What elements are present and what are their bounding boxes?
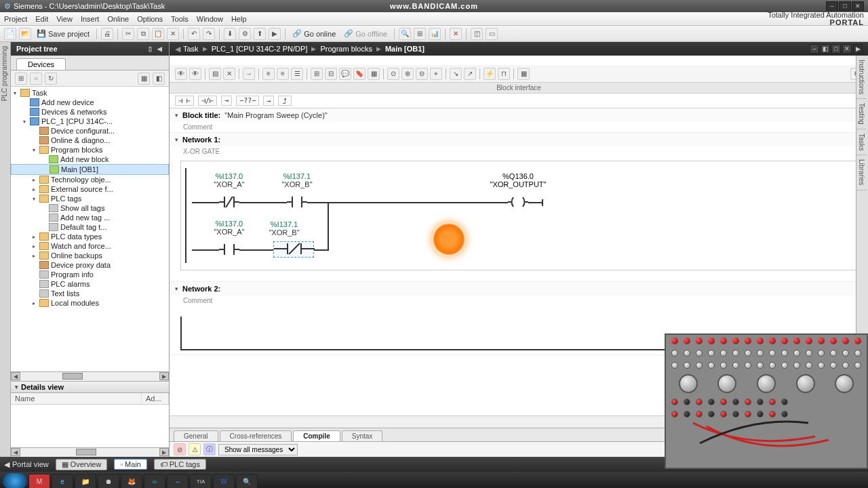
collapse-all-icon[interactable]: ⊟ xyxy=(325,68,337,80)
new-project-icon[interactable]: 📄 xyxy=(4,28,16,40)
tab-compile[interactable]: Compile xyxy=(293,430,340,441)
crumb-1[interactable]: Task xyxy=(183,45,199,53)
left-sidebar-handle[interactable]: PLC programming xyxy=(0,42,11,457)
block-title-header[interactable]: ▾ Block title: "Main Program Sweep (Cycl… xyxy=(170,108,868,122)
split-editor-icon[interactable]: ◫ xyxy=(471,28,483,40)
misc-2-icon[interactable]: ⊓ xyxy=(498,68,510,80)
search-icon[interactable]: 🔍 xyxy=(399,28,411,40)
maximize-button[interactable]: □ xyxy=(839,1,851,11)
tree-node[interactable]: Device proxy data xyxy=(11,260,169,270)
monitor-icon[interactable]: 👁 xyxy=(175,68,187,80)
tree-node[interactable]: ▸Local modules xyxy=(11,298,169,308)
tree-node[interactable]: ▸Watch and force... xyxy=(11,241,169,251)
go-online-button[interactable]: 🔗 Go online xyxy=(290,29,338,38)
status-tab-plctags[interactable]: 🏷 PLC tags xyxy=(154,459,206,470)
collapse-pane-icon[interactable]: ▯ xyxy=(146,45,154,53)
tree-node[interactable]: Online & diagno... xyxy=(11,136,169,145)
list-icon[interactable]: ☰ xyxy=(291,68,303,80)
taskbar-firefox-icon[interactable]: 🦊 xyxy=(121,474,142,488)
taskbar-bandicam-icon[interactable]: ⏺ xyxy=(98,474,119,488)
tree-btn-2[interactable]: ○ xyxy=(30,73,42,85)
misc-3-icon[interactable]: ▦ xyxy=(517,68,530,80)
taskbar-explorer-icon[interactable]: 📁 xyxy=(75,474,96,488)
delete-network-icon[interactable]: ✕ xyxy=(223,68,235,80)
crumb-2[interactable]: PLC_1 [CPU 314C-2 PN/DP] xyxy=(212,45,308,53)
undo-icon[interactable]: ↶ xyxy=(188,28,200,40)
network-2-header[interactable]: ▾ Network 2: xyxy=(170,282,868,296)
cut-icon[interactable]: ✂ xyxy=(122,28,134,40)
layout-icon[interactable]: ▭ xyxy=(486,28,498,40)
scroll-left-icon[interactable]: ◀ xyxy=(11,372,20,380)
contact-xor-b-nc-selected[interactable]: %I137.1"XOR_B" xyxy=(273,241,314,258)
tree-hscrollbar[interactable]: ◀ ▶ xyxy=(11,371,169,381)
scroll-right-icon[interactable]: ▶ xyxy=(159,448,169,456)
lad-no-contact[interactable]: ⊣ ⊢ xyxy=(175,96,194,106)
scroll-thumb[interactable] xyxy=(76,449,96,455)
crossref-icon[interactable]: ⊞ xyxy=(414,28,426,40)
side-tab-testing[interactable]: Testing xyxy=(856,99,867,129)
side-tab-tasks[interactable]: Tasks xyxy=(856,129,867,156)
goto-icon[interactable]: → xyxy=(243,68,255,80)
zoom-in-icon[interactable]: ⊕ xyxy=(401,68,414,80)
tree-node[interactable]: ▸Technology obje... xyxy=(11,175,169,184)
tree-node[interactable]: ▸External source f... xyxy=(11,184,169,194)
menu-view[interactable]: View xyxy=(56,15,73,23)
editor-minimize-icon[interactable]: – xyxy=(810,44,819,54)
stop-icon[interactable]: ✕ xyxy=(450,28,462,40)
tree-node[interactable]: Show all tags xyxy=(11,203,169,213)
redo-icon[interactable]: ↷ xyxy=(203,28,215,40)
tree-node[interactable]: Add new device xyxy=(11,98,169,107)
col-name[interactable]: Name xyxy=(11,393,142,404)
error-filter-icon[interactable]: ⊘ xyxy=(174,443,186,455)
tree-node[interactable]: Program info xyxy=(11,270,169,279)
side-tab-instructions[interactable]: Instructions xyxy=(856,56,867,99)
network-2-comment[interactable]: Comment xyxy=(170,296,868,306)
tree-node[interactable]: Add new tag ... xyxy=(11,213,169,222)
indent-left-icon[interactable]: ≡ xyxy=(262,68,275,80)
taskbar-teamviewer-icon[interactable]: ↔ xyxy=(167,474,189,488)
taskbar-tia-icon[interactable]: TIA xyxy=(190,474,212,488)
comment-icon[interactable]: 💬 xyxy=(339,68,351,80)
monitor-all-icon[interactable]: 👁 xyxy=(189,68,201,80)
tab-devices[interactable]: Devices xyxy=(16,58,66,70)
block-interface-bar[interactable]: Block interface xyxy=(170,83,868,94)
warning-filter-icon[interactable]: ⚠ xyxy=(189,443,201,455)
indent-right-icon[interactable]: ≡ xyxy=(277,68,289,80)
tree-node[interactable]: ▸Online backups xyxy=(11,251,169,260)
block-comment[interactable]: Comment xyxy=(170,122,868,132)
scroll-thumb[interactable] xyxy=(62,373,83,380)
arrow-left-icon[interactable]: ◀ xyxy=(155,45,163,53)
start-button[interactable] xyxy=(3,473,27,488)
copy-icon[interactable]: ⧉ xyxy=(137,28,149,40)
tree-node[interactable]: ▾PLC tags xyxy=(11,194,169,203)
tree-node[interactable]: Main [OB1] xyxy=(11,164,169,175)
assignment-icon[interactable]: 📊 xyxy=(429,28,441,40)
bookmark-icon[interactable]: 🔖 xyxy=(353,68,366,80)
open-project-icon[interactable]: 📂 xyxy=(19,28,31,40)
col-address[interactable]: Ad... xyxy=(142,393,169,404)
lad-open-branch[interactable]: → xyxy=(263,96,274,106)
lad-empty-box[interactable]: −??− xyxy=(236,96,259,106)
upload-icon[interactable]: ⬆ xyxy=(254,28,266,40)
taskbar-word-icon[interactable]: W xyxy=(213,474,235,488)
tree-node[interactable]: Text lists xyxy=(11,289,169,298)
disconnect-icon[interactable]: ↗ xyxy=(464,68,476,80)
print-icon[interactable]: 🖨 xyxy=(101,28,113,40)
lad-close-branch[interactable]: ⮥ xyxy=(278,96,292,106)
tab-crossref[interactable]: Cross-references xyxy=(220,430,292,441)
contact-xor-a-nc[interactable]: %I137.0"XOR_A" xyxy=(219,195,239,209)
network-1-ladder[interactable]: %I137.0"XOR_A" %I137.1"XOR_B" %Q136.0" xyxy=(180,161,857,270)
back-icon[interactable]: ◀ xyxy=(175,45,180,54)
delete-icon[interactable]: ✕ xyxy=(167,28,179,40)
details-hscrollbar[interactable]: ◀ ▶ xyxy=(11,447,169,457)
project-tree[interactable]: ▾Task Add new device Devices & networks▾… xyxy=(11,87,169,371)
minimize-button[interactable]: – xyxy=(826,1,838,11)
zoom-out-icon[interactable]: ⊖ xyxy=(416,68,428,80)
details-view-header[interactable]: ▾ Details view xyxy=(11,381,169,393)
zoom-reset-icon[interactable]: ⌖ xyxy=(430,68,442,80)
contact-xor-a-no[interactable]: %I137.0"XOR_A" xyxy=(219,243,239,256)
message-filter-select[interactable]: Show all messages xyxy=(218,444,298,455)
status-tab-main[interactable]: ▫ Main xyxy=(114,459,147,470)
taskbar-arduino-icon[interactable]: ∞ xyxy=(144,474,165,488)
coil-xor-output[interactable]: %Q136.0"XOR_OUTPUT" xyxy=(508,195,528,209)
